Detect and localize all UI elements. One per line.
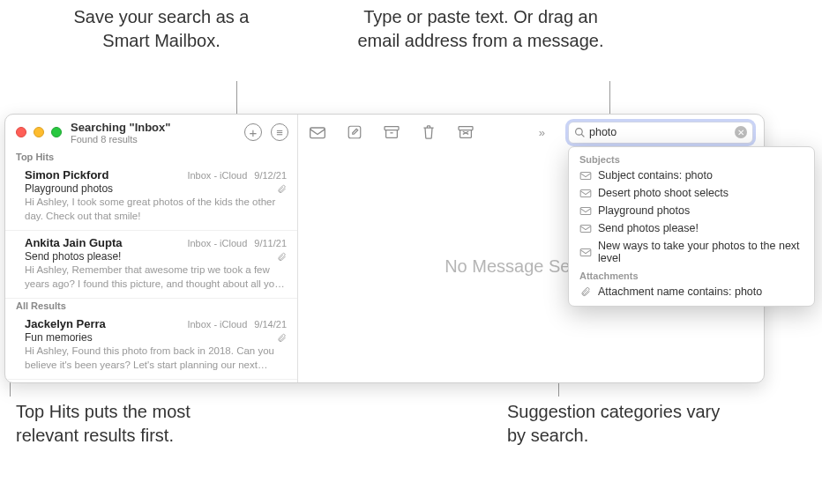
svg-rect-3	[459, 127, 473, 130]
message-viewer-panel: » ✕ No Message Selected Subjects Subject…	[298, 115, 764, 382]
message-mailbox: Inbox - iCloud	[187, 238, 247, 248]
suggestion-text: Attachment name contains: photo	[598, 285, 762, 298]
section-all-results: All Results	[5, 299, 297, 312]
message-subject: Fun memories	[25, 331, 277, 344]
message-subject: Send photos please!	[25, 250, 277, 263]
message-preview: Hi Ashley, Remember that awesome trip we…	[25, 263, 287, 291]
svg-rect-6	[580, 189, 591, 196]
attachment-icon	[277, 184, 287, 194]
traffic-lights	[16, 127, 62, 137]
envelope-icon	[579, 248, 592, 257]
get-mail-icon[interactable]	[309, 125, 326, 139]
svg-rect-2	[385, 127, 399, 130]
suggestion-item[interactable]: Send photos please!	[569, 219, 814, 237]
message-from: Ankita Jain Gupta	[25, 236, 187, 249]
suggestion-item[interactable]: Attachment name contains: photo	[569, 283, 814, 300]
svg-rect-0	[310, 128, 325, 138]
suggestion-item[interactable]: New ways to take your photos to the next…	[569, 237, 814, 267]
search-field[interactable]: ✕	[568, 122, 753, 144]
svg-rect-7	[580, 207, 591, 214]
svg-rect-8	[580, 225, 591, 232]
attachment-icon	[277, 252, 287, 262]
callout-top-hits: Top Hits puts the most relevant results …	[16, 400, 245, 448]
save-smart-mailbox-button[interactable]	[244, 123, 262, 141]
envelope-icon	[579, 206, 592, 216]
message-from: Jackelyn Perra	[25, 317, 187, 330]
close-window-button[interactable]	[16, 127, 26, 137]
callout-suggestion-cat: Suggestion categories vary by search.	[507, 400, 728, 448]
message-list-panel: Searching "Inbox" Found 8 results Top Hi…	[5, 115, 298, 382]
mail-window: Searching "Inbox" Found 8 results Top Hi…	[4, 114, 765, 383]
compose-icon[interactable]	[346, 125, 363, 139]
toolbar: » ✕	[298, 115, 764, 150]
filter-button[interactable]	[271, 123, 288, 141]
message-date: 9/12/21	[254, 170, 287, 181]
suggestion-text: Playground photos	[598, 204, 690, 217]
callout-save-smart: Save your search as a Smart Mailbox.	[69, 5, 254, 53]
section-top-hits: Top Hits	[5, 150, 297, 163]
svg-rect-9	[580, 248, 591, 256]
message-preview: Hi Ashley, I took some great photos of t…	[25, 196, 287, 223]
message-from: Simon Pickford	[25, 168, 187, 182]
envelope-icon	[579, 224, 592, 233]
search-suggestions-dropdown: Subjects Subject contains: photo Desert …	[568, 146, 815, 307]
envelope-icon	[579, 189, 592, 198]
toolbar-overflow-icon[interactable]: »	[539, 126, 545, 139]
suggestion-text: New ways to take your photos to the next…	[598, 240, 803, 264]
attachment-icon	[277, 333, 287, 343]
search-input[interactable]	[589, 126, 735, 138]
archive-icon[interactable]	[383, 125, 400, 139]
suggestion-item[interactable]: Playground photos	[569, 202, 814, 219]
svg-rect-5	[580, 172, 591, 179]
suggestion-text: Send photos please!	[598, 222, 699, 234]
message-subject: Playground photos	[25, 182, 277, 195]
suggestion-section-subjects: Subjects	[569, 151, 814, 167]
junk-icon[interactable]	[457, 125, 475, 139]
suggestion-text: Subject contains: photo	[598, 169, 713, 182]
message-row[interactable]: Simon Pickford Inbox - iCloud 9/12/21 Pl…	[5, 163, 297, 231]
search-subtitle: Found 8 results	[71, 134, 244, 145]
search-icon	[574, 127, 586, 138]
suggestion-text: Desert photo shoot selects	[598, 187, 729, 199]
search-title: Searching "Inbox"	[71, 121, 244, 134]
message-mailbox: Inbox - iCloud	[187, 170, 247, 181]
suggestion-item[interactable]: Desert photo shoot selects	[569, 184, 814, 202]
callout-type-paste: Type or paste text. Or drag an email add…	[344, 5, 617, 53]
message-row[interactable]: Ankita Jain Gupta Inbox - iCloud 9/11/21…	[5, 231, 297, 299]
message-date: 9/11/21	[254, 238, 287, 248]
envelope-icon	[579, 171, 592, 181]
suggestion-section-attachments: Attachments	[569, 267, 814, 283]
suggestion-item[interactable]: Subject contains: photo	[569, 167, 814, 184]
minimize-window-button[interactable]	[34, 127, 44, 137]
message-preview: Hi Ashley, Found this photo from back in…	[25, 345, 287, 372]
delete-icon[interactable]	[420, 125, 437, 139]
message-row[interactable]: Jackelyn Perra Inbox - iCloud 9/14/21 Fu…	[5, 312, 297, 380]
svg-point-4	[576, 128, 583, 135]
paperclip-icon	[579, 286, 592, 297]
message-date: 9/14/21	[254, 319, 287, 330]
zoom-window-button[interactable]	[51, 127, 62, 137]
svg-rect-1	[348, 126, 361, 138]
message-mailbox: Inbox - iCloud	[187, 319, 247, 330]
clear-search-button[interactable]: ✕	[735, 126, 747, 138]
